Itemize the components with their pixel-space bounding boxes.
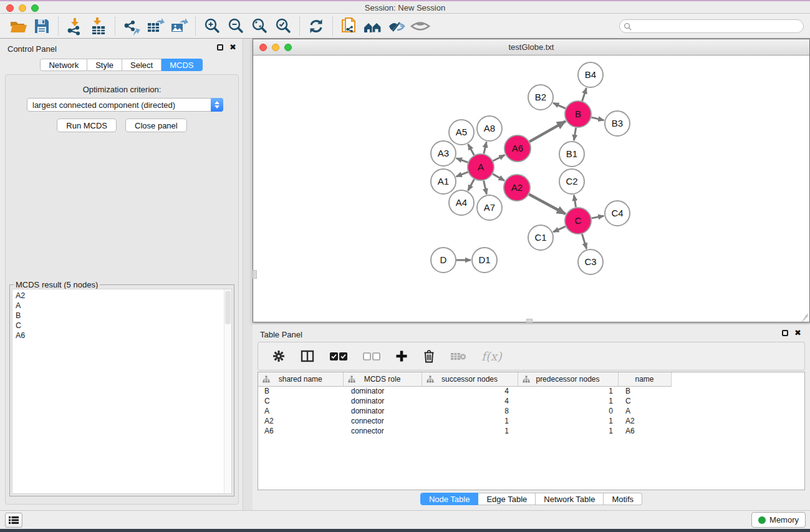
resize-grip[interactable] (801, 313, 808, 321)
graph-node-A8[interactable]: A8 (477, 116, 502, 141)
graph-node-A5[interactable]: A5 (449, 120, 474, 145)
table-row[interactable]: Bdominator41B (258, 386, 671, 396)
graph-node-A[interactable]: A (468, 154, 494, 180)
table-cell[interactable]: connector (343, 426, 422, 436)
table-cell[interactable]: dominator (343, 386, 422, 396)
graph-node-C3[interactable]: C3 (578, 249, 603, 274)
column-header-name[interactable]: name (618, 372, 671, 386)
scrollbar-thumb[interactable] (225, 291, 231, 324)
table-cell[interactable]: A2 (618, 416, 671, 426)
run-mcds-button[interactable]: Run MCDS (57, 118, 117, 132)
zoom-out-button[interactable] (224, 16, 248, 37)
create-column-button[interactable] (395, 350, 408, 362)
network-canvas[interactable]: B4B2BB3A5A8A6A3B1AA1C2A2A4A7CC4C1C3DD1 (253, 56, 809, 322)
graph-node-A7[interactable]: A7 (477, 195, 502, 220)
table-cell[interactable]: 1 (422, 426, 518, 436)
network-file-button[interactable] (337, 16, 361, 37)
graph-node-A6[interactable]: A6 (504, 135, 531, 162)
export-image-button[interactable] (167, 16, 191, 37)
table-cell[interactable]: A (258, 406, 343, 416)
show-column-button[interactable] (301, 350, 314, 362)
tab-select[interactable]: Select (122, 59, 162, 71)
graph-edge-A2-C[interactable] (529, 194, 565, 214)
graph-edge-B-B1[interactable] (574, 128, 576, 141)
tab-network[interactable]: Network (40, 59, 87, 71)
zoom-fit-button[interactable] (248, 16, 271, 37)
table-cell[interactable]: 0 (518, 406, 618, 416)
graph-edge-A-A6[interactable] (493, 155, 505, 161)
graph-node-A4[interactable]: A4 (449, 190, 474, 215)
mcds-result-item[interactable]: A6 (16, 331, 231, 341)
tab-motifs[interactable]: Motifs (604, 493, 642, 505)
table-cell[interactable]: 1 (518, 386, 618, 396)
graph-node-B2[interactable]: B2 (528, 85, 553, 110)
table-cell[interactable]: dominator (343, 406, 422, 416)
select-all-rows-button[interactable] (329, 352, 348, 361)
graph-edge-A-A1[interactable] (456, 172, 468, 177)
horizontal-scroll-stub[interactable] (526, 319, 533, 322)
import-network-button[interactable] (63, 16, 87, 37)
show-hide-button[interactable] (408, 16, 432, 37)
graph-node-C1[interactable]: C1 (528, 225, 553, 250)
table-row[interactable]: Cdominator41C (258, 396, 671, 406)
table-cell[interactable]: connector (343, 416, 422, 426)
delete-column-button[interactable] (423, 349, 435, 363)
mcds-result-item[interactable]: C (16, 321, 231, 331)
mcds-result-list[interactable]: A2ABCA6 (12, 289, 232, 494)
close-panel-button[interactable]: Close panel (125, 118, 187, 132)
graph-edge-A-A5[interactable] (468, 144, 475, 155)
graph-edge-B-B4[interactable] (582, 88, 587, 101)
graph-node-B1[interactable]: B1 (559, 142, 584, 167)
graph-node-C4[interactable]: C4 (605, 201, 630, 226)
float-panel-icon[interactable] (217, 44, 223, 51)
table-cell[interactable]: A2 (258, 416, 343, 426)
table-cell[interactable]: A6 (258, 426, 343, 436)
graph-node-B4[interactable]: B4 (578, 62, 603, 87)
close-table-panel-icon[interactable]: ✖ (794, 330, 801, 336)
search-input[interactable] (634, 22, 803, 31)
graph-node-C[interactable]: C (565, 208, 591, 234)
graph-node-B3[interactable]: B3 (605, 111, 630, 136)
table-cell[interactable]: 1 (518, 416, 618, 426)
graph-edge-C-C3[interactable] (582, 234, 586, 249)
memory-button[interactable]: Memory (751, 512, 806, 528)
table-cell[interactable]: 4 (422, 386, 518, 396)
mcds-result-item[interactable]: A (16, 301, 231, 311)
graph-edge-C-C4[interactable] (592, 216, 604, 218)
graph-node-A2[interactable]: A2 (504, 175, 530, 201)
table-cell[interactable]: C (618, 396, 671, 406)
node-table[interactable]: shared nameMCDS rolesuccessor nodesprede… (258, 372, 805, 490)
graph-edge-B-B3[interactable] (591, 117, 604, 120)
graph-edge-A-A4[interactable] (468, 179, 475, 190)
column-header-predecessor-nodes[interactable]: predecessor nodes (518, 372, 618, 386)
graph-edge-C-C1[interactable] (553, 226, 566, 232)
graph-edge-A-A7[interactable] (484, 181, 487, 195)
graph-node-A1[interactable]: A1 (431, 169, 456, 194)
tab-edge-table[interactable]: Edge Table (478, 493, 536, 505)
zoom-selected-button[interactable] (271, 16, 295, 37)
tab-style[interactable]: Style (87, 59, 122, 71)
vertical-scroll-stub[interactable] (253, 270, 257, 279)
tab-mcds[interactable]: MCDS (162, 59, 202, 71)
float-table-panel-icon[interactable] (782, 330, 788, 336)
save-session-button[interactable] (30, 16, 54, 37)
search-field[interactable] (619, 19, 804, 33)
table-cell[interactable]: 4 (422, 396, 518, 406)
hide-graphics-details-button[interactable] (385, 16, 408, 37)
table-cell[interactable]: B (258, 386, 343, 396)
graph-edge-A-A2[interactable] (493, 174, 504, 181)
table-cell[interactable]: dominator (343, 396, 422, 406)
import-table-button[interactable] (87, 16, 110, 37)
export-network-button[interactable] (120, 16, 143, 37)
list-scrollbar[interactable] (224, 289, 231, 493)
tab-node-table[interactable]: Node Table (420, 493, 479, 505)
column-header-mcds-role[interactable]: MCDS role (343, 372, 422, 386)
column-header-shared-name[interactable]: shared name (258, 372, 343, 386)
graph-node-C2[interactable]: C2 (559, 169, 584, 194)
table-cell[interactable]: B (618, 386, 671, 396)
graph-edge-A-A8[interactable] (484, 142, 486, 153)
graph-edge-B-B2[interactable] (553, 103, 566, 109)
table-row[interactable]: A2connector11A2 (258, 416, 671, 426)
graph-edge-A-A3[interactable] (456, 158, 468, 163)
graph-edge-C-C2[interactable] (574, 195, 576, 208)
